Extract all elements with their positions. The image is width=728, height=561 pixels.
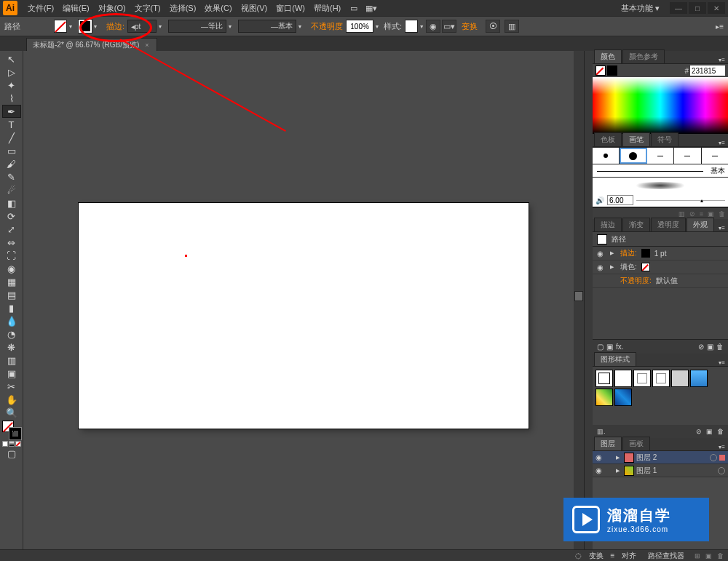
- pen-tool[interactable]: ✒: [2, 105, 21, 118]
- fill-swatch[interactable]: [54, 20, 67, 33]
- stroke-swatch[interactable]: [79, 20, 92, 33]
- color-mode-none[interactable]: [15, 441, 21, 447]
- brush-delete-icon[interactable]: 🗑: [719, 210, 725, 218]
- tab-color[interactable]: 颜色: [594, 49, 622, 63]
- menu-window[interactable]: 窗口(W): [272, 1, 309, 15]
- brush-swatch-2[interactable]: [620, 148, 646, 164]
- brush-lib-icon[interactable]: ▥: [678, 210, 685, 218]
- gradient-tool[interactable]: ▮: [2, 301, 21, 314]
- menu-help[interactable]: 帮助(H): [309, 1, 345, 15]
- artboard-tool[interactable]: ▣: [2, 367, 21, 380]
- slice-tool[interactable]: ✂: [2, 380, 21, 393]
- appearance-opacity-row[interactable]: 不透明度: 默认值: [593, 274, 728, 288]
- tab-stroke-panel[interactable]: 描边: [594, 218, 622, 231]
- brush-new-icon[interactable]: ▣: [708, 210, 714, 218]
- brush-swatch-3[interactable]: [647, 148, 674, 164]
- stroke-dropdown[interactable]: ▼: [92, 20, 99, 33]
- line-tool[interactable]: ╱: [2, 131, 21, 144]
- menu-effect[interactable]: 效果(C): [200, 1, 236, 15]
- tab-layers[interactable]: 图层: [594, 437, 622, 450]
- menu-edit[interactable]: 编辑(E): [58, 1, 94, 15]
- layer-visibility[interactable]: ◉: [596, 453, 604, 461]
- opacity-dropdown[interactable]: ▼: [373, 20, 381, 33]
- artboard[interactable]: [79, 203, 529, 429]
- rectangle-tool[interactable]: ▭: [2, 144, 21, 157]
- layers-menu[interactable]: ▾≡: [719, 444, 725, 450]
- stroke-weight-input[interactable]: ◂ pt: [127, 20, 157, 33]
- brush-definition[interactable]: — 基本: [238, 20, 296, 33]
- layer-row-1[interactable]: ◉ ▶ 图层 1: [593, 464, 728, 477]
- eyedropper-tool[interactable]: 💧: [2, 314, 21, 327]
- tab-graphic-styles[interactable]: 图形样式: [594, 352, 636, 366]
- add-fill-icon[interactable]: ▣: [606, 343, 613, 351]
- recolor-icon[interactable]: ◉: [426, 20, 440, 33]
- opacity-input[interactable]: 100%: [346, 20, 373, 33]
- color-mode-gradient[interactable]: [9, 441, 15, 447]
- screen-mode-tool[interactable]: ▢: [2, 447, 21, 460]
- fill-color-swatch[interactable]: [641, 263, 650, 271]
- tab-align[interactable]: 对齐: [617, 550, 641, 562]
- document-tab[interactable]: 未标题-2* @ 66.67% (RGB/预览) ×: [26, 38, 157, 51]
- vscroll-thumb[interactable]: [574, 291, 583, 301]
- tab-symbols[interactable]: 符号: [651, 132, 678, 146]
- variable-width-profile[interactable]: — 等比: [168, 20, 226, 33]
- visibility-toggle[interactable]: ◉: [597, 250, 606, 258]
- scale-tool[interactable]: ⤢: [2, 223, 21, 236]
- stroke-color-swatch[interactable]: [641, 249, 650, 258]
- tab-brushes[interactable]: 画笔: [622, 132, 650, 146]
- brush-basic-row[interactable]: 基本: [593, 164, 728, 178]
- style-thumb[interactable]: [690, 370, 708, 387]
- layer-visibility[interactable]: ◉: [596, 466, 604, 474]
- style-thumb[interactable]: [596, 389, 613, 406]
- graph-tool[interactable]: ▥: [2, 354, 21, 367]
- gstyles-delete-icon[interactable]: 🗑: [717, 428, 724, 435]
- tab-swatches[interactable]: 色板: [594, 132, 622, 146]
- delete-icon[interactable]: 🗑: [716, 343, 724, 351]
- style-dropdown[interactable]: ▼: [418, 20, 425, 33]
- brush-swatch-5[interactable]: [702, 148, 728, 164]
- tab-transform-icon[interactable]: ◌: [575, 552, 582, 560]
- tab-transparency-panel[interactable]: 透明度: [651, 218, 686, 231]
- color-spectrum[interactable]: [593, 77, 728, 134]
- brush-dropdown[interactable]: ▼: [296, 20, 304, 33]
- style-thumb[interactable]: [614, 370, 632, 387]
- layers-new-sublayer-icon[interactable]: ⊞: [695, 552, 700, 560]
- add-effect-icon[interactable]: fx.: [616, 343, 624, 351]
- style-thumb[interactable]: [671, 370, 689, 387]
- style-thumb-default[interactable]: [596, 370, 613, 387]
- transform-link[interactable]: 变换: [462, 21, 478, 32]
- layer-row-2[interactable]: ◉ ▶ 图层 2: [593, 451, 728, 464]
- vertical-scrollbar[interactable]: [574, 51, 584, 549]
- pencil-tool[interactable]: ✎: [2, 170, 21, 183]
- lasso-tool[interactable]: ⌇: [2, 92, 21, 105]
- clear-icon[interactable]: ⊘: [698, 343, 704, 351]
- perspective-tool[interactable]: ▦: [2, 275, 21, 288]
- panel-stroke-swatch[interactable]: [607, 65, 617, 76]
- workspace-switcher[interactable]: 基本功能 ▾: [615, 1, 665, 15]
- width-tool[interactable]: ⇔: [2, 236, 21, 249]
- maximize-button[interactable]: □: [689, 2, 706, 14]
- stroke-indicator[interactable]: [9, 428, 21, 439]
- hex-input[interactable]: 231815: [690, 65, 725, 76]
- profile-dropdown[interactable]: ▼: [226, 20, 234, 33]
- symbol-sprayer-tool[interactable]: ❋: [2, 341, 21, 354]
- brush-options-icon[interactable]: ≡: [700, 210, 703, 218]
- controlbar-flyout[interactable]: ▸≡: [716, 23, 724, 31]
- menu-file[interactable]: 文件(F): [23, 1, 58, 15]
- brush-size-input[interactable]: [607, 195, 633, 205]
- visibility-toggle[interactable]: ◉: [597, 263, 606, 271]
- menu-view[interactable]: 视图(V): [237, 1, 272, 15]
- tab-artboards[interactable]: 画板: [622, 437, 650, 450]
- menu-select[interactable]: 选择(S): [165, 1, 201, 15]
- minimize-button[interactable]: —: [670, 2, 687, 14]
- brush-preview-row[interactable]: [593, 178, 728, 194]
- mesh-tool[interactable]: ▤: [2, 288, 21, 301]
- appearance-stroke-row[interactable]: ◉ ▶ 描边: 1 pt: [593, 247, 728, 260]
- doc-layout-icon[interactable]: ▭: [347, 1, 361, 15]
- shape-builder-tool[interactable]: ◉: [2, 262, 21, 275]
- style-thumb[interactable]: [652, 370, 670, 387]
- fill-stroke-indicator[interactable]: [2, 421, 21, 439]
- menu-object[interactable]: 对象(O): [94, 1, 130, 15]
- selection-tool[interactable]: ↖: [2, 52, 21, 65]
- duplicate-icon[interactable]: ▣: [707, 343, 713, 351]
